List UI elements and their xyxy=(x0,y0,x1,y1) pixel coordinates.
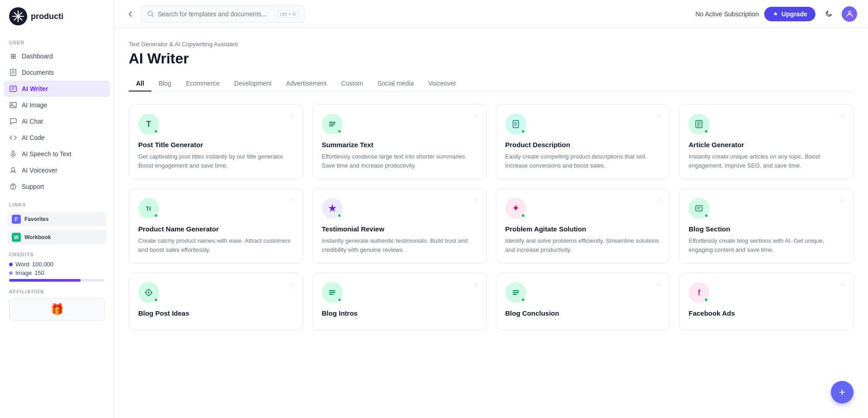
tab-blog[interactable]: Blog xyxy=(151,76,179,91)
card-testimonial[interactable]: ★ ☆ Testimonial Review Instantly generat… xyxy=(312,188,487,264)
card-star-blog-conclusion[interactable]: ☆ xyxy=(656,280,662,289)
filter-tabs: All Blog Ecommerce Development Advertise… xyxy=(129,76,853,91)
card-desc-blog-section: Effortlessly create blog sections with A… xyxy=(689,236,844,254)
ai-voiceover-icon xyxy=(9,166,17,174)
tab-all[interactable]: All xyxy=(129,76,151,91)
affiliation-box: 🎁 xyxy=(9,298,105,321)
sidebar-item-label: Support xyxy=(22,183,44,190)
card-title-post-title: Post Title Generator xyxy=(138,141,294,149)
card-problem-agitate[interactable]: ✦ ☆ Problem Agitate Solution Identify an… xyxy=(496,188,670,264)
svg-rect-9 xyxy=(10,86,16,91)
page-title: AI Writer xyxy=(129,50,853,67)
sidebar-item-dashboard[interactable]: ⊞ Dashboard xyxy=(0,48,114,64)
card-star-post-title[interactable]: ☆ xyxy=(289,112,296,120)
documents-icon xyxy=(9,68,17,77)
card-product-name[interactable]: Tr ☆ Product Name Generator Create catch… xyxy=(129,188,303,264)
card-star-problem-agitate[interactable]: ☆ xyxy=(656,196,662,205)
logo-icon xyxy=(9,7,27,25)
ai-code-icon xyxy=(9,134,17,142)
card-desc-testimonial: Instantly generate authentic testimonial… xyxy=(322,236,477,254)
card-star-summarize[interactable]: ☆ xyxy=(473,112,479,120)
sidebar-item-favorites[interactable]: F Favorites xyxy=(7,212,107,226)
sidebar-item-label: AI Code xyxy=(22,134,45,141)
search-input[interactable] xyxy=(158,10,274,18)
ai-image-icon xyxy=(9,101,17,109)
affiliation-label: AFFILIATION xyxy=(9,289,105,294)
card-icon-summarize xyxy=(322,114,343,135)
sidebar-item-workbook[interactable]: W Workbook xyxy=(7,230,107,245)
word-credit-row: Word 100,000 xyxy=(9,261,105,268)
card-star-article-gen[interactable]: ☆ xyxy=(839,112,846,120)
image-credit-dot xyxy=(9,271,13,275)
user-section-label: USER xyxy=(0,33,114,48)
tab-advertisement[interactable]: Advertisement xyxy=(279,76,334,91)
sidebar-item-ai-image[interactable]: AI Image xyxy=(0,97,114,113)
workbook-label: Workbook xyxy=(24,234,51,240)
svg-point-13 xyxy=(11,104,13,105)
card-desc-summarize: Effortlessly condense large text into sh… xyxy=(322,152,477,170)
sidebar-item-label: AI Speech to Text xyxy=(22,150,71,158)
card-blog-conclusion[interactable]: ☆ Blog Conclusion xyxy=(496,273,670,330)
card-icon-facebook-ads: f xyxy=(689,282,709,303)
sidebar-item-ai-speech[interactable]: AI Speech to Text xyxy=(0,146,114,162)
card-desc-product-name: Create catchy product names with ease. A… xyxy=(138,236,294,254)
fab-add-button[interactable]: + xyxy=(831,381,853,404)
upgrade-button[interactable]: Upgrade xyxy=(764,7,815,21)
word-credit-value: 100,000 xyxy=(32,261,53,268)
tab-ecommerce[interactable]: Ecommerce xyxy=(179,76,227,91)
sidebar-item-ai-writer[interactable]: AI Writer xyxy=(4,81,110,97)
card-title-facebook-ads: Facebook Ads xyxy=(689,309,844,317)
card-star-facebook-ads[interactable]: ☆ xyxy=(839,280,846,289)
tab-development[interactable]: Development xyxy=(227,76,279,91)
sidebar-item-ai-voiceover[interactable]: AI Voiceover xyxy=(0,162,114,178)
card-blog-post-ideas[interactable]: ☆ Blog Post Ideas xyxy=(129,273,303,330)
card-summarize[interactable]: ☆ Summarize Text Effortlessly condense l… xyxy=(312,104,487,179)
cards-grid: T ☆ Post Title Generator Get captivating… xyxy=(129,104,853,330)
topbar: ctrl + K No Active Subscription Upgrade xyxy=(114,0,868,28)
user-avatar-button[interactable] xyxy=(842,6,857,22)
card-title-summarize: Summarize Text xyxy=(322,141,477,149)
svg-point-19 xyxy=(848,11,851,14)
card-title-blog-conclusion: Blog Conclusion xyxy=(505,309,661,317)
svg-rect-27 xyxy=(696,120,702,128)
card-post-title[interactable]: T ☆ Post Title Generator Get captivating… xyxy=(129,104,303,179)
sidebar-item-ai-chat[interactable]: AI Chat xyxy=(0,113,114,130)
credits-progress-bar xyxy=(9,279,105,282)
card-star-product-desc[interactable]: ☆ xyxy=(656,112,662,120)
page-subtitle: Text Generator & AI Copywriting Assistan… xyxy=(129,41,853,48)
card-star-testimonial[interactable]: ☆ xyxy=(473,196,479,205)
card-product-desc[interactable]: ☆ Product Description Easily create comp… xyxy=(496,104,670,179)
card-icon-blog-section xyxy=(689,198,709,219)
sidebar-item-support[interactable]: Support xyxy=(0,178,114,195)
card-star-blog-post-ideas[interactable]: ☆ xyxy=(289,280,296,289)
sidebar-item-label: Dashboard xyxy=(22,53,53,60)
search-bar: ctrl + K xyxy=(141,5,305,23)
card-icon-blog-conclusion xyxy=(505,282,526,303)
card-star-product-name[interactable]: ☆ xyxy=(289,196,296,205)
dark-mode-toggle[interactable] xyxy=(821,6,836,22)
card-article-gen[interactable]: ☆ Article Generator Instantly create uni… xyxy=(679,104,853,179)
card-blog-section[interactable]: ☆ Blog Section Effortlessly create blog … xyxy=(679,188,853,264)
card-blog-intros[interactable]: ☆ Blog Intros xyxy=(312,273,487,330)
sidebar-collapse-button[interactable] xyxy=(125,9,136,19)
image-credit-value: 150 xyxy=(34,269,44,276)
tab-social-media[interactable]: Social media xyxy=(370,76,421,91)
card-facebook-ads[interactable]: f ☆ Facebook Ads xyxy=(679,273,853,330)
tab-voiceover[interactable]: Voiceover xyxy=(421,76,463,91)
favorites-badge: F xyxy=(12,215,21,224)
card-icon-product-desc xyxy=(505,114,526,135)
sidebar-item-ai-code[interactable]: AI Code xyxy=(0,130,114,146)
card-title-blog-intros: Blog Intros xyxy=(322,309,477,317)
image-credit-label: Image xyxy=(15,269,32,276)
affiliation-gift-icon: 🎁 xyxy=(50,303,64,316)
tab-custom[interactable]: Custom xyxy=(334,76,370,91)
word-credit-label: Word xyxy=(15,261,29,268)
upgrade-icon xyxy=(772,11,779,17)
subscription-status: No Active Subscription xyxy=(695,10,759,18)
card-icon-blog-post-ideas xyxy=(138,282,159,303)
card-star-blog-intros[interactable]: ☆ xyxy=(473,280,479,289)
svg-rect-31 xyxy=(696,206,702,211)
card-star-blog-section[interactable]: ☆ xyxy=(839,196,846,205)
credits-section: CREDITS Word 100,000 Image 150 xyxy=(0,246,114,285)
sidebar-item-documents[interactable]: Documents xyxy=(0,64,114,81)
